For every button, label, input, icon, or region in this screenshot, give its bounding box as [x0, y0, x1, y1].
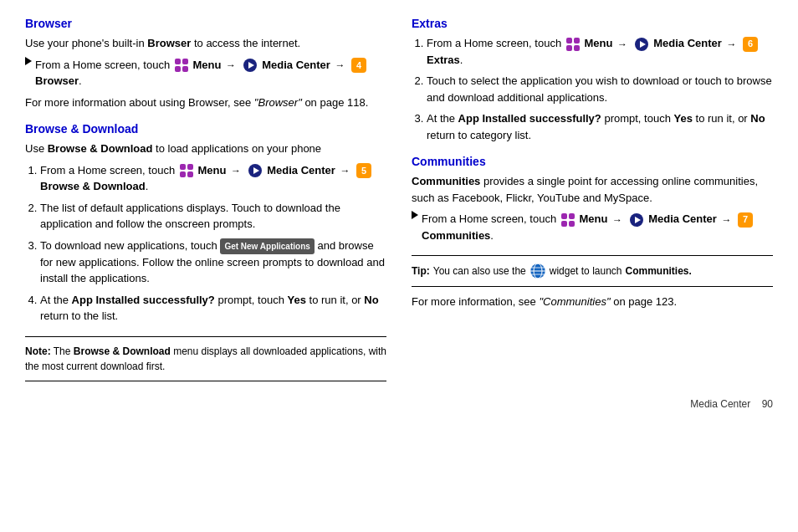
browse-item-1: From a Home screen, touch Menu → Media C… — [40, 162, 386, 195]
communities-title: Communities — [412, 155, 773, 168]
browser-title: Browser — [25, 17, 386, 30]
browse-item-3: To download new applications, touch Get … — [40, 238, 386, 287]
browser-p1: Use your phone's built-in Browser to acc… — [25, 35, 386, 52]
menu-grid-icon — [561, 213, 575, 227]
communities-arrow-item: From a Home screen, touch Menu → Media C… — [412, 211, 773, 243]
browser-arrow-item: From a Home screen, touch Menu → Media C… — [25, 57, 386, 90]
footer-section-label: Media Center — [690, 398, 750, 410]
extras-title: Extras — [412, 17, 773, 30]
extras-list: From a Home screen, touch Menu → Media C… — [427, 35, 773, 143]
badge-7: 7 — [738, 212, 753, 228]
triangle-bullet — [412, 211, 418, 219]
page-footer: Media Center 90 — [25, 398, 773, 410]
menu-grid-icon — [180, 164, 193, 177]
browse-download-title: Browse & Download — [25, 122, 386, 136]
browser-p2: For more information about using Browser… — [25, 95, 386, 111]
communities-p1: Communities provides a single point for … — [412, 173, 773, 206]
browse-download-section: Browse & Download Use Browse & Download … — [25, 122, 386, 325]
extras-item-1: From a Home screen, touch Menu → Media C… — [427, 35, 773, 68]
media-center-icon — [248, 163, 263, 178]
media-center-icon — [629, 212, 644, 228]
browse-p1: Use Browse & Download to load applicatio… — [25, 141, 386, 157]
media-center-icon — [243, 58, 258, 73]
footer-page-number: 90 — [762, 398, 773, 410]
browser-section: Browser Use your phone's built-in Browse… — [25, 17, 386, 110]
media-center-icon — [634, 37, 649, 52]
badge-4: 4 — [351, 58, 366, 73]
communities-p2: For more information, see "Communities" … — [412, 294, 773, 310]
menu-grid-icon — [566, 38, 580, 51]
get-new-applications-button[interactable]: Get New Applications — [220, 238, 314, 254]
extras-section: Extras From a Home screen, touch Menu → … — [412, 17, 773, 143]
left-column: Browser Use your phone's built-in Browse… — [25, 17, 386, 381]
note-box: Note: The Browse & Download menu display… — [25, 336, 386, 381]
badge-5: 5 — [356, 163, 371, 178]
extras-item-2: Touch to select the application you wish… — [427, 73, 773, 105]
browse-item-4: At the App Installed successfully? promp… — [40, 292, 386, 325]
page-layout: Browser Use your phone's built-in Browse… — [25, 17, 773, 381]
tip-box: Tip: You can also use the widget to laun… — [412, 255, 773, 287]
right-column: Extras From a Home screen, touch Menu → … — [412, 17, 773, 381]
triangle-bullet — [25, 57, 32, 65]
badge-6: 6 — [743, 37, 758, 52]
browse-item-2: The list of default applications display… — [40, 200, 386, 233]
globe-icon — [529, 263, 546, 279]
browse-list: From a Home screen, touch Menu → Media C… — [40, 162, 386, 325]
extras-item-3: At the App Installed successfully? promp… — [427, 110, 773, 143]
communities-section: Communities Communities provides a singl… — [412, 155, 773, 243]
menu-grid-icon — [175, 59, 188, 72]
